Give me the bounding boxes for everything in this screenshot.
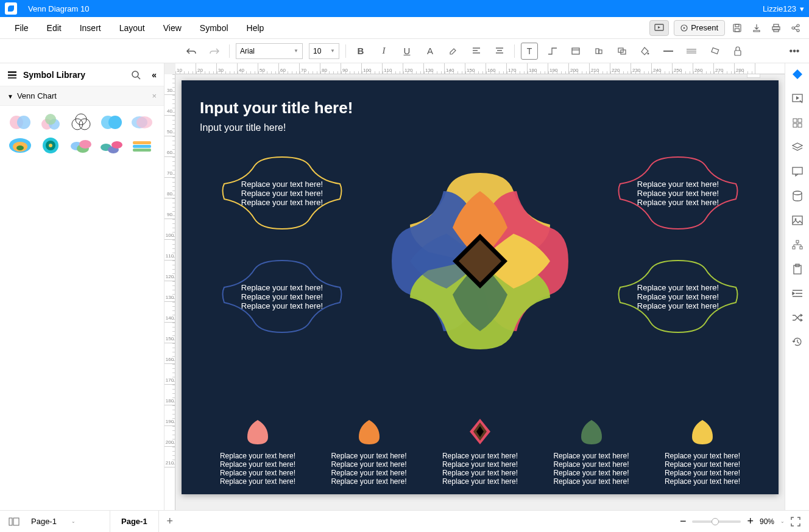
venn-shape-ellipses[interactable] bbox=[129, 113, 155, 131]
svg-rect-67 bbox=[9, 518, 12, 525]
venn-shape-2flat[interactable] bbox=[99, 113, 124, 131]
page-subtitle-text[interactable]: Input your title here! bbox=[200, 122, 760, 133]
layers-icon[interactable] bbox=[790, 140, 805, 155]
line-color-button[interactable] bbox=[660, 43, 677, 60]
align-h-button[interactable] bbox=[468, 43, 485, 60]
legend-item-3[interactable]: Replace your text here! Replace your tex… bbox=[434, 418, 526, 486]
eraser-button[interactable] bbox=[706, 43, 723, 60]
export-icon[interactable] bbox=[749, 21, 764, 35]
slide-play-icon[interactable] bbox=[790, 91, 805, 106]
callout-bottom-left[interactable]: Replace your text here! Replace your tex… bbox=[218, 257, 346, 336]
venn-shape-radial[interactable] bbox=[38, 136, 63, 155]
svg-point-43 bbox=[49, 144, 52, 147]
present-button[interactable]: Present bbox=[674, 20, 725, 36]
svg-point-31 bbox=[72, 119, 83, 130]
legend-item-1[interactable]: Replace your text here! Replace your tex… bbox=[212, 418, 303, 486]
lock-button[interactable] bbox=[729, 43, 746, 60]
search-icon[interactable] bbox=[131, 70, 141, 80]
underline-button[interactable]: U bbox=[398, 43, 415, 60]
venn-shape-3outline[interactable] bbox=[68, 113, 94, 131]
menu-view[interactable]: View bbox=[155, 19, 190, 37]
save-icon[interactable] bbox=[730, 21, 744, 35]
shuffle-icon[interactable] bbox=[790, 310, 805, 325]
undo-button[interactable] bbox=[183, 43, 200, 60]
menu-edit[interactable]: Edit bbox=[38, 19, 70, 37]
group-button[interactable] bbox=[613, 43, 631, 60]
canvas-scroll[interactable]: Input your title here! Input your title … bbox=[175, 74, 785, 510]
grid-icon[interactable] bbox=[790, 116, 805, 130]
menu-insert[interactable]: Insert bbox=[71, 19, 110, 37]
bold-button[interactable]: B bbox=[352, 43, 369, 60]
page-title-text[interactable]: Input your title here! bbox=[200, 99, 760, 117]
line-style-button[interactable] bbox=[683, 43, 700, 60]
menu-symbol[interactable]: Symbol bbox=[191, 19, 237, 37]
align-v-button[interactable] bbox=[491, 43, 508, 60]
legend-item-4[interactable]: Replace your text here! Replace your tex… bbox=[546, 418, 637, 486]
svg-point-27 bbox=[17, 116, 30, 129]
share-icon[interactable] bbox=[788, 21, 803, 35]
zoom-slider[interactable] bbox=[692, 520, 741, 523]
ruler-vertical: 3040506070809010011012013014015016017018… bbox=[164, 74, 175, 510]
close-panel-icon[interactable]: × bbox=[152, 91, 157, 100]
svg-rect-60 bbox=[793, 216, 802, 225]
align-objects-button[interactable] bbox=[590, 43, 607, 60]
venn-shape-2circle[interactable] bbox=[7, 113, 33, 131]
redo-button[interactable] bbox=[206, 43, 223, 60]
collapse-sidebar-icon[interactable]: « bbox=[152, 70, 157, 80]
fill-button[interactable] bbox=[637, 43, 654, 60]
fullscreen-icon[interactable] bbox=[791, 517, 800, 527]
legend-row: Replace your text here! Replace your tex… bbox=[212, 418, 748, 486]
connector-button[interactable] bbox=[544, 43, 561, 60]
library-panel-header[interactable]: ▼Venn Chart × bbox=[0, 86, 164, 106]
italic-button[interactable]: I bbox=[375, 43, 392, 60]
sidebar-title: Symbol Library bbox=[23, 70, 85, 80]
svg-rect-57 bbox=[798, 124, 802, 127]
legend-item-5[interactable]: Replace your text here! Replace your tex… bbox=[657, 418, 748, 486]
menu-file[interactable]: File bbox=[6, 19, 37, 37]
image-icon[interactable] bbox=[790, 213, 805, 228]
svg-rect-68 bbox=[13, 518, 19, 525]
svg-point-37 bbox=[136, 116, 152, 128]
data-icon[interactable] bbox=[790, 189, 805, 203]
container-button[interactable] bbox=[567, 43, 584, 60]
zoom-in-button[interactable]: + bbox=[747, 515, 754, 528]
callout-top-right[interactable]: Replace your text here! Replace your tex… bbox=[614, 153, 742, 233]
outline-icon[interactable] bbox=[9, 517, 19, 526]
comment-slide-icon[interactable] bbox=[790, 164, 805, 179]
more-button[interactable]: ••• bbox=[786, 43, 803, 60]
font-color-button[interactable]: A bbox=[422, 43, 439, 60]
svg-point-8 bbox=[792, 27, 794, 29]
page-dropdown[interactable]: Page-1⌄ bbox=[26, 514, 81, 528]
callout-bottom-right[interactable]: Replace your text here! Replace your tex… bbox=[614, 257, 742, 336]
font-select[interactable]: Arial▼ bbox=[236, 43, 303, 59]
history-icon[interactable] bbox=[790, 335, 805, 349]
svg-rect-11 bbox=[572, 48, 579, 54]
venn-shape-segments[interactable] bbox=[129, 136, 155, 155]
diagram-page[interactable]: Input your title here! Input your title … bbox=[182, 80, 779, 494]
sitemap-icon[interactable] bbox=[790, 237, 805, 252]
venn-center[interactable] bbox=[386, 167, 574, 355]
user-menu[interactable]: Lizzie123 ▾ bbox=[763, 4, 804, 13]
venn-shape-overlap-3d[interactable] bbox=[68, 136, 94, 155]
menu-help[interactable]: Help bbox=[238, 19, 273, 37]
menu-layout[interactable]: Layout bbox=[111, 19, 154, 37]
add-page-button[interactable]: + bbox=[159, 515, 181, 528]
slideshow-button[interactable] bbox=[649, 20, 669, 36]
venn-shape-concentric[interactable] bbox=[7, 136, 33, 155]
canvas-area: » 10203040506070809010011012013014015016… bbox=[164, 63, 785, 510]
highlight-button[interactable] bbox=[445, 43, 462, 60]
zoom-out-button[interactable]: − bbox=[680, 515, 687, 528]
venn-shape-3circle[interactable] bbox=[38, 113, 63, 131]
text-tool-button[interactable]: T bbox=[521, 43, 538, 60]
theme-icon[interactable] bbox=[790, 67, 805, 82]
font-size-select[interactable]: 10▼ bbox=[309, 43, 339, 59]
zoom-value[interactable]: 90% bbox=[760, 517, 774, 526]
clipboard-icon[interactable] bbox=[790, 262, 805, 276]
toolbar: Arial▼ 10▼ B I U A T ••• bbox=[0, 39, 809, 63]
indent-icon[interactable] bbox=[790, 286, 805, 301]
legend-item-2[interactable]: Replace your text here! Replace your tex… bbox=[323, 418, 415, 486]
venn-shape-cluster[interactable] bbox=[99, 136, 124, 155]
callout-top-left[interactable]: Replace your text here! Replace your tex… bbox=[218, 153, 346, 233]
print-icon[interactable] bbox=[769, 21, 783, 35]
page-tab[interactable]: Page-1 bbox=[110, 511, 159, 532]
